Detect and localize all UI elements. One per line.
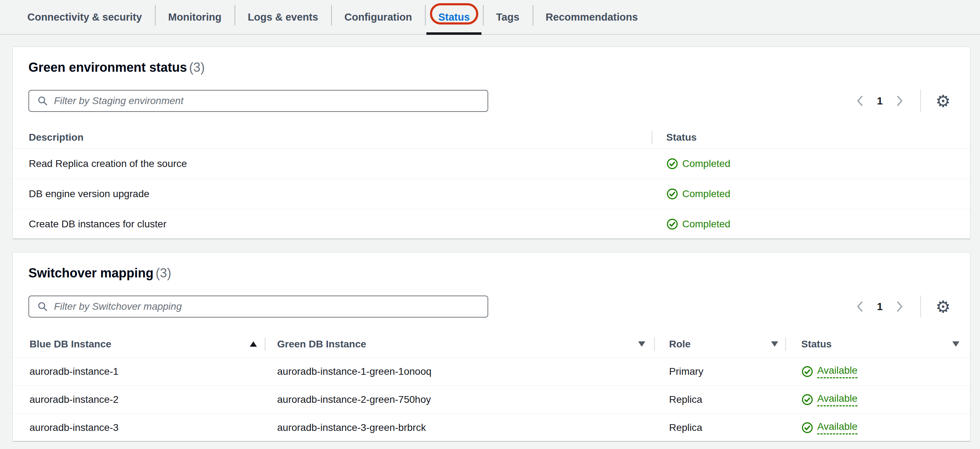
status-indicator: Available [801,421,858,435]
tab-monitoring[interactable]: Monitoring [155,0,234,34]
section-title: Green environment status(3) [13,47,970,75]
status-indicator: Completed [666,158,730,170]
status-link[interactable]: Available [817,393,858,406]
green-db-instance-cell: auroradb-instance-3-green-brbrck [266,414,655,441]
pagination: 1 [850,297,910,316]
check-circle-icon [666,218,678,230]
status-cell: Available [786,358,970,386]
status-indicator: Available [801,393,858,406]
column-filter-icon[interactable] [771,341,778,347]
role-cell: Replica [655,386,786,414]
table-row: Create DB instances for cluster Complete… [13,209,970,239]
previous-page-button[interactable] [850,91,870,111]
switchover-filter-input[interactable] [54,301,480,312]
check-circle-icon [666,188,678,200]
status-label: Completed [682,188,730,200]
check-circle-icon [666,158,678,170]
active-tab-underline [426,32,482,35]
status-link[interactable]: Available [817,365,858,378]
tab-label: Monitoring [168,11,221,23]
green-db-instance-cell: auroradb-instance-1-green-1onooq [266,358,655,386]
previous-page-button[interactable] [850,297,870,316]
tab-label: Connectivity & security [27,11,142,23]
table-toolbar: 1 ⚙ [29,295,955,318]
tab-label: Status [438,11,470,23]
role-cell: Primary [655,358,786,386]
green-db-instance-cell: auroradb-instance-2-green-750hoy [266,386,655,414]
table-row: DB engine version upgrade Completed [13,179,970,209]
next-page-button[interactable] [890,297,910,316]
column-header-description: Description [13,127,652,149]
next-page-button[interactable] [890,91,910,111]
column-header-status: Status [652,127,970,149]
table-row: auroradb-instance-1 auroradb-instance-1-… [13,358,970,386]
role-cell: Replica [655,414,786,441]
chevron-right-icon [894,300,905,313]
green-environment-status-table: Description Status Read Replica creation… [13,127,970,239]
tab-logs-events[interactable]: Logs & events [234,0,331,34]
blue-db-instance-cell: auroradb-instance-3 [13,414,266,441]
blue-db-instance-cell: auroradb-instance-2 [13,386,266,414]
pagination: 1 [850,91,910,111]
tab-connectivity-security[interactable]: Connectivity & security [14,0,155,34]
tab-label: Recommendations [546,11,638,23]
table-settings-button[interactable]: ⚙ [932,295,955,318]
chevron-left-icon [854,300,865,313]
status-indicator: Completed [666,188,730,200]
table-toolbar: 1 ⚙ [29,89,955,112]
status-label: Completed [682,219,730,230]
column-header-status[interactable]: Status [786,331,970,357]
tab-recommendations[interactable]: Recommendations [533,0,651,34]
tab-label: Tags [496,11,520,23]
green-environment-status-card: Green environment status(3) 1 ⚙ Descri [13,46,970,239]
status-cell: Completed [652,209,970,239]
gear-icon: ⚙ [935,298,950,315]
tab-tags[interactable]: Tags [483,0,533,34]
column-header-role[interactable]: Role [655,331,786,357]
toolbar-divider [920,90,921,112]
tab-label: Configuration [344,11,412,23]
status-label: Completed [682,158,730,170]
table-settings-button[interactable]: ⚙ [932,89,955,112]
table-row: Read Replica creation of the source Comp… [13,149,970,179]
status-cell: Available [786,414,970,441]
column-filter-icon[interactable] [952,341,959,347]
description-cell: Create DB instances for cluster [13,209,652,239]
current-page-number[interactable]: 1 [870,301,890,313]
description-cell: Read Replica creation of the source [13,149,652,179]
sort-ascending-icon [250,341,257,347]
detail-tab-bar: Connectivity & security Monitoring Logs … [0,0,980,35]
chevron-left-icon [854,95,865,107]
search-icon [37,301,48,312]
section-title-text: Switchover mapping [29,266,153,280]
status-link[interactable]: Available [817,421,858,435]
toolbar-divider [920,295,921,317]
search-icon [37,95,48,106]
table-row: auroradb-instance-2 auroradb-instance-2-… [13,386,970,414]
section-title: Switchover mapping(3) [13,252,970,281]
table-header-row: Blue DB Instance Green DB Instance Role … [13,331,970,358]
table-header-row: Description Status [13,127,970,149]
column-header-green-db-instance[interactable]: Green DB Instance [266,331,655,357]
status-indicator: Completed [666,218,730,230]
tab-configuration[interactable]: Configuration [331,0,425,34]
status-cell: Completed [652,179,970,209]
blue-db-instance-cell: auroradb-instance-1 [13,358,266,386]
gear-icon: ⚙ [935,93,950,109]
chevron-right-icon [894,95,905,107]
staging-filter-box [29,90,488,112]
switchover-mapping-card: Switchover mapping(3) 1 ⚙ Blu [13,252,970,441]
status-cell: Completed [652,149,970,179]
check-circle-icon [801,422,813,434]
staging-filter-input[interactable] [54,95,480,106]
status-indicator: Available [801,365,858,378]
section-count: (3) [189,60,205,75]
column-header-blue-db-instance[interactable]: Blue DB Instance [13,331,266,357]
section-count: (3) [156,266,171,280]
rds-status-page: { "tab_bar": { "tabs": [ { "label": "Con… [0,0,980,449]
column-filter-icon[interactable] [638,341,645,347]
tab-status[interactable]: Status [425,0,483,34]
description-cell: DB engine version upgrade [13,179,652,209]
tab-label: Logs & events [248,11,318,23]
current-page-number[interactable]: 1 [870,95,890,107]
